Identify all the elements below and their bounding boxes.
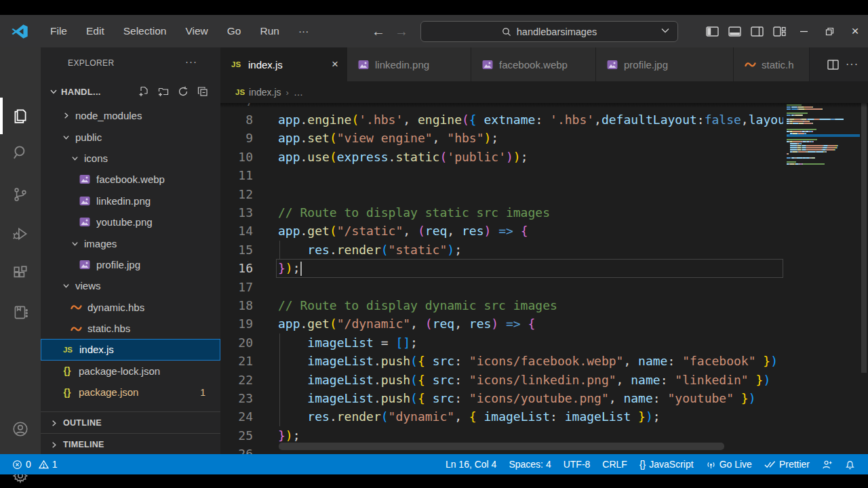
run-debug-icon[interactable] [0,218,41,250]
feedback-button[interactable] [816,454,839,474]
outline-section-header[interactable]: OUTLINE [41,411,220,434]
line-number: 12 [220,185,253,203]
vertical-scrollbar[interactable] [861,103,867,373]
explorer-more-actions[interactable]: ··· [185,56,197,67]
search-text: handlebarsimages [517,26,597,37]
toggle-panel-icon[interactable] [724,15,746,47]
language-label: JavaScript [649,459,693,470]
split-editor-icon[interactable] [827,60,839,70]
collapse-folders-icon[interactable] [197,86,208,97]
notifications-button[interactable] [839,454,861,474]
toggle-sidebar-icon[interactable] [701,15,724,47]
notebook-icon[interactable] [0,296,41,329]
minimize-button[interactable] [791,15,816,47]
minimap-line [787,117,860,118]
search-view-icon[interactable] [0,136,41,169]
extensions-icon[interactable] [0,257,41,289]
menu-[interactable]: ··· [289,15,319,47]
new-folder-icon[interactable] [158,86,169,97]
minimap[interactable] [787,104,860,165]
image-file-icon [79,260,90,270]
menu-bar: FileEditSelectionViewGoRun··· [41,15,318,47]
cursor-position[interactable]: Ln 16, Col 4 [439,454,503,474]
language-mode[interactable]: {} JavaScript [633,454,700,474]
code-editor[interactable]: 78app.engine('.hbs', engine({ extname: '… [220,103,868,454]
tree-item-static-hbs[interactable]: static.hbs [41,318,220,339]
breadcrumb-more[interactable]: … [294,87,303,98]
prettier-button[interactable]: Prettier [758,454,816,474]
menu-go[interactable]: Go [218,15,251,47]
tree-item-index-js[interactable]: JSindex.js [41,339,220,360]
code-line-10: 10app.use(express.static('public')); [220,148,783,166]
tab-index-js[interactable]: JSindex.js× [220,47,347,81]
minimap-line [787,137,860,138]
horizontal-scrollbar[interactable] [279,443,724,450]
go-live-button[interactable]: Go Live [700,454,758,474]
eol-status[interactable]: CRLF [596,454,633,474]
workspace-section-header[interactable]: HANDL... [41,81,220,102]
indentation-status[interactable]: Spaces: 4 [502,454,557,474]
menu-file[interactable]: File [41,15,77,47]
tree-item-icons[interactable]: icons [41,148,220,169]
close-window-button[interactable]: × [842,15,868,47]
code-text: app.use(express.static('public')); [278,148,528,166]
refresh-icon[interactable] [178,86,189,97]
status-bar: 0 1 Ln 16, Col 4 Spaces: 4 UTF-8 CRLF {}… [0,454,868,474]
encoding-status[interactable]: UTF-8 [557,454,597,474]
tree-item-package-lock-json[interactable]: {}package-lock.json [41,361,220,382]
nav-back-button[interactable]: ← [372,24,385,39]
new-file-icon[interactable] [138,86,149,97]
menu-edit[interactable]: Edit [77,15,114,47]
minimap-line [787,161,860,163]
tree-item-package-json[interactable]: {}package.json1 [41,382,220,403]
code-line-15: 15 res.render("static"); [220,241,783,259]
minimap-line [787,108,860,110]
tree-item-youtube-png[interactable]: youtube.png [41,211,220,232]
tree-item-node_modules[interactable]: node_modules [41,105,220,126]
code-line-8: 8app.engine('.hbs', engine({ extname: '.… [220,110,783,129]
tab-linkedin-png[interactable]: linkedin.png [347,47,471,81]
minimap-line [787,147,860,148]
image-file-icon [607,60,618,70]
code-text: imageList = []; [278,333,418,352]
timeline-section-header[interactable]: TIMELINE [41,433,220,455]
minimap-current-line [787,134,860,137]
tree-item-profile-jpg[interactable]: profile.jpg [41,254,220,275]
tree-item-dynamic-hbs[interactable]: dynamic.hbs [41,297,220,318]
image-file-icon [79,174,90,184]
line-number: 10 [220,148,253,166]
timeline-label: TIMELINE [63,440,104,449]
restore-button[interactable] [816,15,842,47]
tab-facebook-webp[interactable]: facebook.webp [471,47,596,81]
minimap-line [787,119,860,120]
explorer-icon[interactable] [0,99,41,131]
more-actions-icon[interactable]: ··· [846,58,859,70]
minimap-line [787,149,860,150]
command-center-search[interactable]: handlebarsimages [420,21,678,42]
problems-status[interactable]: 0 1 [9,454,60,474]
tree-item-label: node_modules [75,110,142,121]
chevron-down-icon[interactable] [661,28,669,33]
menu-run[interactable]: Run [250,15,288,47]
tree-item-images[interactable]: images [41,232,220,253]
customize-layout-icon[interactable] [768,15,791,47]
breadcrumb-file[interactable]: index.js [249,87,281,98]
tab-profile-jpg[interactable]: profile.jpg [596,47,734,81]
tree-item-views[interactable]: views [41,275,220,296]
menu-selection[interactable]: Selection [114,15,176,47]
accounts-icon[interactable] [0,413,41,445]
close-tab-icon[interactable]: × [321,58,338,71]
code-text: app.set("view engine", "hbs"); [278,129,498,147]
code-text: imageList.push({ src: "icons/linkedin.pn… [278,371,770,389]
tree-item-public[interactable]: public [41,126,220,147]
minimap-line [787,151,860,152]
current-line-highlight [276,259,783,277]
source-control-icon[interactable] [0,178,41,211]
minimap-line [787,131,860,132]
tree-item-facebook-webp[interactable]: facebook.webp [41,169,220,190]
tab-static-h[interactable]: static.h [734,47,810,81]
toggle-secondary-sidebar-icon[interactable] [746,15,768,47]
menu-view[interactable]: View [176,15,217,47]
tree-item-linkedin-png[interactable]: linkedin.png [41,190,220,211]
image-file-icon [482,60,493,70]
